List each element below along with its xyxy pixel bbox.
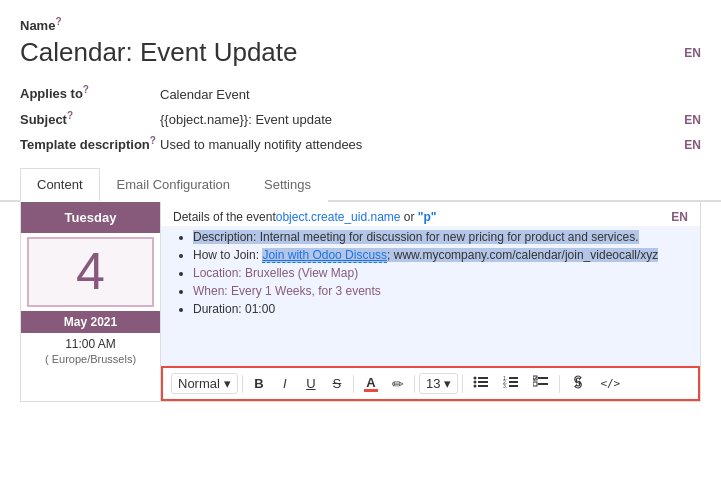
calendar-time: 11:00 AM — [21, 333, 160, 353]
item-location: Location: Bruxelles (View Map) — [193, 266, 358, 280]
strikethrough-button[interactable]: S — [325, 373, 349, 394]
font-color-icon: A — [364, 376, 378, 392]
numbered-list-button[interactable]: 1. 2. 3. — [497, 372, 525, 395]
item-description: Description: Internal meeting for discus… — [193, 230, 639, 244]
font-color-button[interactable]: A — [358, 373, 384, 395]
content-area: Tuesday 4 May 2021 11:00 AM ( Europe/Bru… — [20, 202, 701, 402]
code-icon: </> — [600, 377, 620, 390]
code-button[interactable]: </> — [594, 374, 626, 393]
svg-rect-3 — [478, 381, 488, 383]
separator-2 — [353, 375, 354, 393]
subject-value[interactable]: {{object.name}}: Event update — [160, 112, 684, 127]
font-size-dropdown[interactable]: 13 ▾ — [419, 373, 458, 394]
separator-5 — [559, 375, 560, 393]
calendar-day-number: 4 — [27, 237, 154, 306]
svg-rect-13 — [538, 377, 548, 379]
template-desc-en-badge[interactable]: EN — [684, 138, 701, 152]
bullet-list-button[interactable] — [467, 372, 495, 395]
svg-rect-5 — [478, 385, 488, 387]
svg-text:3.: 3. — [503, 383, 507, 389]
tab-email-configuration[interactable]: Email Configuration — [100, 168, 247, 202]
item-join-post: ; www.mycompany.com/calendar/join_videoc… — [387, 248, 658, 262]
editor-content[interactable]: Description: Internal meeting for discus… — [161, 226, 700, 366]
list-item: Description: Internal meeting for discus… — [193, 230, 688, 244]
editor-area: Details of the eventobject.create_uid.na… — [161, 202, 700, 401]
separator-1 — [242, 375, 243, 393]
editor-object-name: object.create_uid.name — [276, 210, 401, 224]
editor-header-row: Details of the eventobject.create_uid.na… — [161, 202, 700, 226]
italic-button[interactable]: I — [273, 373, 297, 394]
dropdown-arrow-icon: ▾ — [224, 376, 231, 391]
svg-rect-15 — [538, 383, 548, 385]
editor-quote: "p" — [418, 210, 437, 224]
editor-toolbar: Normal ▾ B I U S A ✏ — [161, 366, 700, 401]
bold-button[interactable]: B — [247, 373, 271, 394]
separator-3 — [414, 375, 415, 393]
svg-point-0 — [474, 377, 477, 380]
calendar-month-year: May 2021 — [21, 311, 160, 333]
numbered-list-icon: 1. 2. 3. — [503, 375, 519, 392]
font-size-arrow-icon: ▾ — [444, 376, 451, 391]
editor-title: Details of the eventobject.create_uid.na… — [173, 210, 437, 224]
name-label: Name? — [20, 16, 62, 33]
separator-4 — [462, 375, 463, 393]
template-desc-label: Template description? — [20, 135, 160, 152]
item-duration: Duration: 01:00 — [193, 302, 275, 316]
calendar-timezone: ( Europe/Brussels) — [21, 353, 160, 373]
tab-content[interactable]: Content — [20, 168, 100, 202]
calendar-day-name: Tuesday — [21, 202, 160, 233]
svg-point-2 — [474, 381, 477, 384]
highlight-color-button[interactable]: ✏ — [386, 373, 410, 395]
svg-rect-9 — [509, 381, 518, 383]
subject-en-badge[interactable]: EN — [684, 113, 701, 127]
normal-dropdown[interactable]: Normal ▾ — [171, 373, 238, 394]
list-item: Location: Bruxelles (View Map) — [193, 266, 688, 280]
svg-point-4 — [474, 385, 477, 388]
list-item: Duration: 01:00 — [193, 302, 688, 316]
font-size-value: 13 — [426, 376, 440, 391]
svg-rect-14 — [533, 382, 537, 386]
normal-label: Normal — [178, 376, 220, 391]
tabs-row: Content Email Configuration Settings — [0, 168, 721, 202]
item-join-link[interactable]: Join with Odoo Discuss — [262, 248, 387, 263]
item-join-pre: How to Join: — [193, 248, 262, 262]
tab-settings[interactable]: Settings — [247, 168, 328, 202]
page-title: Calendar: Event Update EN — [20, 37, 701, 68]
applies-to-label: Applies to? — [20, 84, 160, 101]
checklist-button[interactable] — [527, 372, 555, 395]
item-when: When: Every 1 Weeks, for 3 events — [193, 284, 381, 298]
applies-to-value: Calendar Event — [160, 87, 701, 102]
checklist-icon — [533, 375, 549, 392]
svg-rect-7 — [509, 377, 518, 379]
link-button[interactable] — [564, 372, 592, 395]
list-item: How to Join: Join with Odoo Discuss; www… — [193, 248, 688, 262]
list-item: When: Every 1 Weeks, for 3 events — [193, 284, 688, 298]
template-desc-value[interactable]: Used to manually notifity attendees — [160, 137, 684, 152]
svg-rect-11 — [509, 385, 518, 387]
editor-en-badge[interactable]: EN — [671, 210, 688, 224]
link-icon — [570, 375, 586, 392]
bullet-list-icon — [473, 375, 489, 392]
calendar-sidebar: Tuesday 4 May 2021 11:00 AM ( Europe/Bru… — [21, 202, 161, 401]
subject-label: Subject? — [20, 110, 160, 127]
title-en-badge[interactable]: EN — [684, 46, 701, 60]
underline-button[interactable]: U — [299, 373, 323, 394]
highlight-icon: ✏ — [392, 376, 404, 392]
svg-rect-1 — [478, 377, 488, 379]
